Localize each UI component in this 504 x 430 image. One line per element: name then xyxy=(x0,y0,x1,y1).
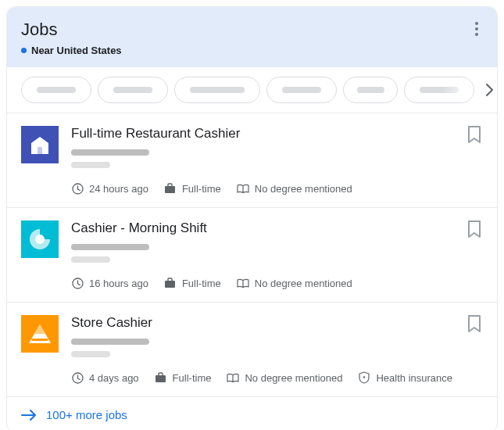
job-meta-row: 16 hours ago Full-time No degree mention… xyxy=(71,277,483,289)
filter-chip[interactable] xyxy=(404,77,474,103)
company-name-placeholder xyxy=(71,149,149,156)
job-body: Full-time Restaurant Cashier 24 hours ag… xyxy=(71,126,483,195)
filter-chip-row xyxy=(7,67,497,113)
header-location-text: Near United States xyxy=(31,45,122,56)
meta-education: No degree mentioned xyxy=(237,277,352,289)
job-meta-row: 4 days ago Full-time No degree mentioned… xyxy=(71,371,483,384)
meta-education: No degree mentioned xyxy=(237,182,352,195)
header-title: Jobs xyxy=(21,20,483,40)
job-title: Cashier - Morning Shift xyxy=(71,220,483,236)
card-header: Jobs Near United States xyxy=(7,7,497,67)
jobs-card: Jobs Near United States Full-time Restau… xyxy=(6,6,498,430)
company-logo xyxy=(21,220,59,258)
meta-type: Full-time xyxy=(155,371,212,384)
svg-point-3 xyxy=(35,235,45,244)
meta-education: No degree mentioned xyxy=(227,371,342,384)
meta-type-text: Full-time xyxy=(182,183,221,195)
meta-posted-text: 24 hours ago xyxy=(89,183,148,195)
shield-icon xyxy=(358,371,370,384)
job-title: Full-time Restaurant Cashier xyxy=(71,126,483,142)
meta-posted-text: 16 hours ago xyxy=(89,278,148,289)
arrow-right-icon xyxy=(21,410,37,421)
svg-rect-0 xyxy=(38,147,42,154)
svg-rect-6 xyxy=(32,339,48,341)
briefcase-icon xyxy=(164,277,177,289)
company-logo xyxy=(21,126,59,163)
location-placeholder xyxy=(71,351,110,357)
more-options-icon[interactable] xyxy=(467,20,486,38)
more-jobs-link[interactable]: 100+ more jobs xyxy=(7,397,497,430)
bookmark-icon[interactable] xyxy=(467,315,483,331)
svg-rect-5 xyxy=(165,281,175,288)
more-jobs-text: 100+ more jobs xyxy=(46,408,127,421)
briefcase-icon xyxy=(164,182,177,195)
meta-posted: 16 hours ago xyxy=(71,277,148,289)
location-placeholder xyxy=(71,256,110,263)
filter-chip[interactable] xyxy=(21,77,91,103)
filter-chip[interactable] xyxy=(174,77,260,103)
job-body: Store Cashier 4 days ago Full-time No de… xyxy=(71,315,483,384)
meta-type: Full-time xyxy=(164,277,221,289)
job-item[interactable]: Cashier - Morning Shift 16 hours ago Ful… xyxy=(7,208,497,303)
meta-education-text: No degree mentioned xyxy=(255,183,352,195)
location-placeholder xyxy=(71,162,110,168)
header-location-row: Near United States xyxy=(21,45,483,56)
svg-rect-2 xyxy=(165,186,175,193)
clock-icon xyxy=(71,182,84,195)
company-name-placeholder xyxy=(71,339,149,345)
filter-chip[interactable] xyxy=(98,77,168,103)
briefcase-icon xyxy=(155,371,167,384)
book-icon xyxy=(227,371,239,384)
meta-benefit: Health insurance xyxy=(358,371,452,384)
meta-posted-text: 4 days ago xyxy=(89,372,139,384)
job-body: Cashier - Morning Shift 16 hours ago Ful… xyxy=(71,220,483,289)
bookmark-icon[interactable] xyxy=(467,220,483,236)
job-meta-row: 24 hours ago Full-time No degree mention… xyxy=(71,182,483,195)
meta-benefit-text: Health insurance xyxy=(376,372,452,384)
meta-posted: 24 hours ago xyxy=(71,182,148,195)
company-name-placeholder xyxy=(71,244,149,250)
bookmark-icon[interactable] xyxy=(467,126,483,142)
job-title: Store Cashier xyxy=(71,315,483,331)
meta-type-text: Full-time xyxy=(182,278,221,289)
book-icon xyxy=(237,277,249,289)
svg-point-9 xyxy=(363,376,365,378)
chevron-right-icon[interactable] xyxy=(481,81,498,99)
clock-icon xyxy=(71,277,84,289)
filter-chip[interactable] xyxy=(266,77,337,103)
filter-chip[interactable] xyxy=(343,77,398,103)
job-item[interactable]: Store Cashier 4 days ago Full-time No de… xyxy=(7,303,497,397)
book-icon xyxy=(237,182,249,195)
meta-education-text: No degree mentioned xyxy=(255,278,352,289)
clock-icon xyxy=(71,371,84,384)
location-dot-icon xyxy=(21,48,27,53)
meta-type-text: Full-time xyxy=(173,372,212,384)
meta-education-text: No degree mentioned xyxy=(245,372,342,384)
svg-rect-8 xyxy=(155,375,166,382)
company-logo xyxy=(21,315,59,353)
meta-posted: 4 days ago xyxy=(71,371,139,384)
job-item[interactable]: Full-time Restaurant Cashier 24 hours ag… xyxy=(7,113,497,208)
meta-type: Full-time xyxy=(164,182,221,195)
